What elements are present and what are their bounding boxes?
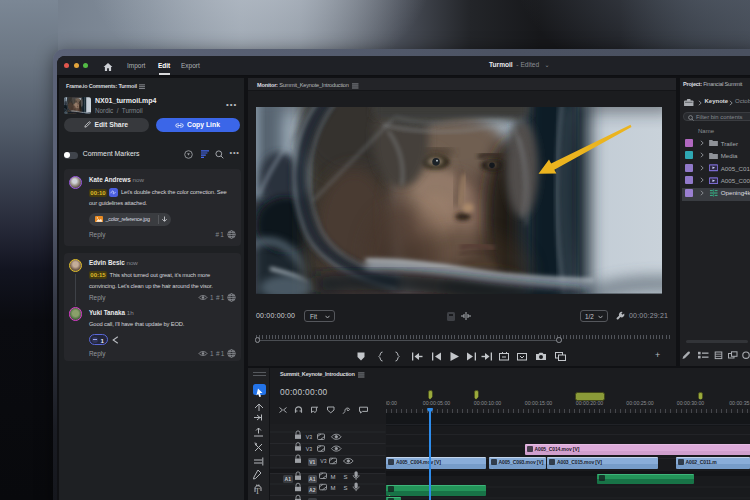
svg-text:fx: fx [550, 467, 554, 468]
svg-text:S: S [344, 474, 348, 480]
svg-text:fx: fx [491, 467, 495, 468]
svg-text:fx: fx [389, 467, 393, 468]
svg-text:fx: fx [389, 495, 393, 496]
svg-text:M: M [331, 474, 336, 480]
svg-text:fx: fx [678, 467, 682, 468]
svg-text:fx: fx [527, 454, 531, 455]
svg-text:S: S [344, 485, 348, 491]
svg-text:M: M [331, 485, 336, 491]
svg-text:T: T [255, 487, 260, 495]
